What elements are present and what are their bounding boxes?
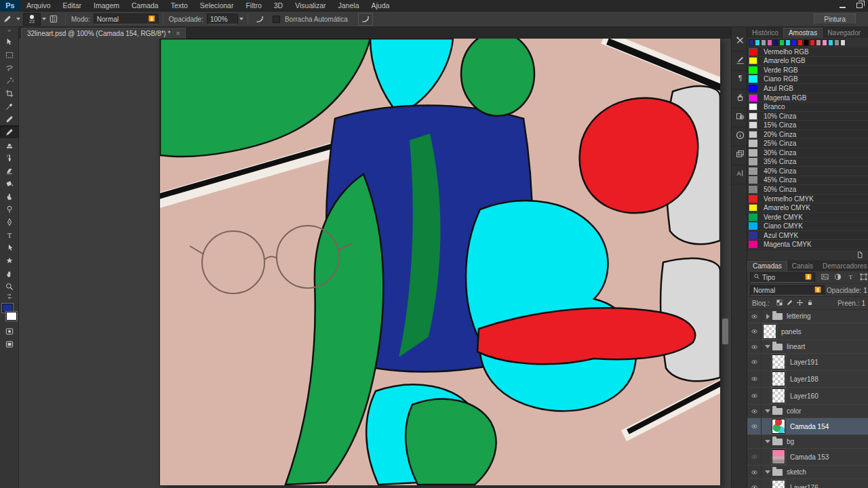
document-tab[interactable]: 32lineart.psd @ 100% (Camada 154, RGB/8*… xyxy=(21,28,186,39)
menu-item-imagem[interactable]: Imagem xyxy=(87,0,125,12)
layer-thumbnail[interactable] xyxy=(772,449,785,464)
menu-item-camada[interactable]: Camada xyxy=(125,0,165,12)
tool-smudge[interactable] xyxy=(0,190,19,203)
menu-item-janela[interactable]: Janela xyxy=(332,0,366,12)
tool-crop[interactable] xyxy=(0,87,19,100)
recent-color-swatch[interactable] xyxy=(773,39,778,46)
visibility-toggle[interactable] xyxy=(747,323,762,340)
visibility-toggle[interactable] xyxy=(747,479,762,488)
recent-color-swatch[interactable] xyxy=(816,39,821,46)
recent-color-swatch[interactable] xyxy=(755,39,760,46)
tool-pen[interactable] xyxy=(0,216,19,228)
swap-colors-button[interactable] xyxy=(0,293,19,302)
swatch-item-verde-rgb[interactable]: Verde RGB xyxy=(747,66,868,75)
pasteboard[interactable] xyxy=(19,39,731,488)
layer-row-sketch[interactable]: sketch xyxy=(747,466,868,479)
filter-type-button[interactable]: T xyxy=(846,272,855,283)
auto-erase-checkbox[interactable] xyxy=(273,16,280,23)
recent-color-swatch[interactable] xyxy=(767,39,772,46)
layer-filter-select[interactable]: Tipo ⏫ xyxy=(750,272,815,283)
recent-color-swatch[interactable] xyxy=(785,39,791,46)
filter-adjustment-button[interactable] xyxy=(833,272,842,283)
dock-panel-brush-settings[interactable] xyxy=(732,52,748,70)
visibility-toggle[interactable] xyxy=(747,435,762,448)
dock-panel-tool-presets[interactable] xyxy=(732,33,748,52)
tool-path-selection[interactable] xyxy=(0,241,19,254)
layer-thumbnail[interactable] xyxy=(763,324,776,339)
visibility-toggle[interactable] xyxy=(747,340,762,353)
swatch-item-25-cinza[interactable]: 25% Cinza xyxy=(747,139,868,148)
menu-item-3d[interactable]: 3D xyxy=(268,0,289,12)
tool-spot-healing-brush[interactable] xyxy=(0,113,19,125)
tab-canais[interactable]: Canais xyxy=(787,262,818,271)
layer-row-lettering[interactable]: lettering xyxy=(747,310,868,323)
lock-all-button[interactable] xyxy=(806,299,814,308)
swatch-item-amarelo-cmyk[interactable]: Amarelo CMYK xyxy=(747,203,868,213)
recent-color-swatch[interactable] xyxy=(779,39,785,46)
visibility-toggle[interactable] xyxy=(747,310,762,323)
tool-paint-bucket[interactable] xyxy=(0,177,19,190)
dock-panel-info[interactable] xyxy=(732,127,748,146)
swatch-item-45-cinza[interactable]: 45% Cinza xyxy=(747,176,868,186)
layer-row-camada-154[interactable]: Camada 154 xyxy=(747,418,868,435)
quick-mask-button[interactable] xyxy=(0,325,19,338)
swatch-item-50-cinza[interactable]: 50% Cinza xyxy=(747,185,868,195)
layer-row-layer176[interactable]: Layer176 xyxy=(747,479,868,488)
document-close-icon[interactable] xyxy=(176,30,180,37)
layer-row-color[interactable]: color xyxy=(747,405,868,418)
swatch-item-ciano-rgb[interactable]: Ciano RGB xyxy=(747,75,868,85)
menu-item-arquivo[interactable]: Arquivo xyxy=(20,0,57,12)
recent-color-swatch[interactable] xyxy=(834,39,840,46)
layer-row-lineart[interactable]: lineart xyxy=(747,340,868,354)
lock-transparency-button[interactable] xyxy=(776,299,783,308)
recent-color-swatch[interactable] xyxy=(810,39,815,46)
visibility-toggle[interactable] xyxy=(747,388,762,404)
lock-position-button[interactable] xyxy=(796,299,804,308)
fill-value[interactable]: 1 xyxy=(861,300,865,307)
tab-amostras[interactable]: Amostras xyxy=(783,28,823,38)
restore-button[interactable] xyxy=(852,1,867,10)
swatch-item-20-cinza[interactable]: 20% Cinza xyxy=(747,130,868,140)
layer-thumbnail[interactable] xyxy=(772,371,785,386)
swatch-item-magenta-cmyk[interactable]: Magenta CMYK xyxy=(747,240,868,249)
swatch-item-vermelho-rgb[interactable]: Vermelho RGB xyxy=(747,47,868,57)
layer-thumbnail[interactable] xyxy=(772,354,785,369)
expander-icon[interactable] xyxy=(764,440,771,443)
tool-move[interactable] xyxy=(0,35,19,48)
filter-shape-button[interactable] xyxy=(859,272,868,283)
dock-panel-clone-source[interactable] xyxy=(732,108,748,127)
recent-color-swatch[interactable] xyxy=(761,39,766,46)
visibility-toggle[interactable] xyxy=(747,418,762,434)
swatch-item-branco[interactable]: Branco xyxy=(747,102,868,112)
layer-thumbnail[interactable] xyxy=(772,419,785,434)
airbrush-pressure-button[interactable] xyxy=(358,13,373,26)
swatch-item-ciano-cmyk[interactable]: Ciano CMYK xyxy=(747,222,868,231)
menu-item-filtro[interactable]: Filtro xyxy=(239,0,267,12)
layer-thumbnail[interactable] xyxy=(772,388,785,403)
airbrush-button[interactable] xyxy=(252,13,267,26)
swatch-item-amarelo-rgb[interactable]: Amarelo RGB xyxy=(747,57,868,66)
tool-custom-shape[interactable] xyxy=(0,254,19,267)
menu-item-ajuda[interactable]: Ajuda xyxy=(365,0,395,12)
layer-row-layer160[interactable]: Layer160 xyxy=(747,388,868,405)
swatch-item-verde-cmyk[interactable]: Verde CMYK xyxy=(747,213,868,222)
expander-icon[interactable] xyxy=(764,409,771,413)
visibility-toggle[interactable] xyxy=(747,466,762,479)
swatch-item-10-cinza[interactable]: 10% Cinza xyxy=(747,112,868,121)
swatch-item-40-cinza[interactable]: 40% Cinza xyxy=(747,167,868,176)
tool-eraser[interactable] xyxy=(0,164,19,177)
brush-preset-picker[interactable]: 23 xyxy=(23,13,41,26)
tool-eyedropper[interactable] xyxy=(0,100,19,113)
recent-color-swatch[interactable] xyxy=(822,39,827,46)
dock-panel-brush-presets[interactable] xyxy=(732,89,748,108)
background-color-chip[interactable] xyxy=(6,312,17,321)
workspace-switcher-button[interactable]: Pintura xyxy=(814,14,856,24)
tool-history-brush[interactable] xyxy=(0,151,19,164)
layer-thumbnail[interactable] xyxy=(772,480,785,488)
lock-pixels-button[interactable] xyxy=(786,299,793,308)
dock-panel-paragraph[interactable]: ¶ xyxy=(732,70,748,89)
swatch-item-azul-rgb[interactable]: Azul RGB xyxy=(747,84,868,94)
canvas[interactable] xyxy=(160,39,720,485)
minimize-button[interactable] xyxy=(835,1,850,10)
swatch-item-15-cinza[interactable]: 15% Cinza xyxy=(747,121,868,130)
